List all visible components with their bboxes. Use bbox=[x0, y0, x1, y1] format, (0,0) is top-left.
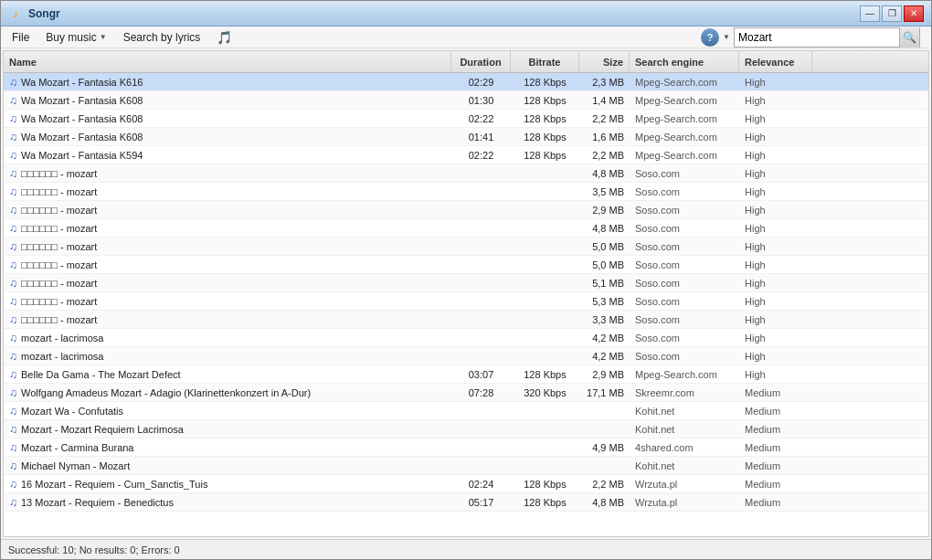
cell-engine: Skreemr.com bbox=[630, 384, 739, 401]
cell-bitrate bbox=[511, 274, 579, 291]
cell-name: ♫ □□□□□□ - mozart bbox=[4, 183, 451, 200]
cell-engine: Mpeg-Search.com bbox=[630, 91, 739, 109]
minimize-button[interactable]: — bbox=[860, 5, 880, 22]
table-row[interactable]: ♫ □□□□□□ - mozart 2,9 MB Soso.com High bbox=[4, 201, 928, 219]
cell-name: ♫ □□□□□□ - mozart bbox=[4, 201, 451, 218]
cell-bitrate bbox=[511, 420, 579, 438]
cell-name: ♫ Belle Da Gama - The Mozart Defect bbox=[4, 365, 451, 383]
menu-buy-music[interactable]: Buy music ▼ bbox=[38, 29, 113, 46]
cell-relevance: High bbox=[739, 73, 812, 90]
cell-engine: Mpeg-Search.com bbox=[630, 365, 739, 383]
menu-search-by-lyrics[interactable]: Search by lyrics bbox=[116, 29, 208, 46]
table-row[interactable]: ♫ □□□□□□ - mozart 5,0 MB Soso.com High bbox=[4, 238, 928, 256]
cell-duration bbox=[451, 457, 511, 474]
cell-duration bbox=[451, 438, 511, 456]
table-row[interactable]: ♫ Mozart - Carmina Burana 4,9 MB 4shared… bbox=[4, 438, 928, 457]
cell-engine: Wrzuta.pl bbox=[630, 493, 739, 511]
cell-duration bbox=[451, 238, 511, 255]
cell-duration: 05:17 bbox=[451, 493, 511, 511]
col-header-relevance[interactable]: Relevance bbox=[739, 51, 812, 72]
cell-relevance: High bbox=[739, 311, 812, 328]
table-row[interactable]: ♫ □□□□□□ - mozart 5,3 MB Soso.com High bbox=[4, 292, 928, 311]
note-icon: ♫ bbox=[9, 478, 17, 491]
cell-bitrate bbox=[511, 457, 579, 474]
cell-name: ♫ mozart - lacrimosa bbox=[4, 347, 451, 365]
cell-engine: Mpeg-Search.com bbox=[630, 110, 739, 127]
cell-name: ♫ Wa Mozart - Fantasia K608 bbox=[4, 110, 451, 127]
cell-engine: Soso.com bbox=[630, 329, 739, 346]
cell-size: 3,5 MB bbox=[579, 183, 630, 200]
help-button[interactable]: ? bbox=[701, 28, 719, 47]
table-row[interactable]: ♫ mozart - lacrimosa 4,2 MB Soso.com Hig… bbox=[4, 347, 928, 365]
cell-engine: Wrzuta.pl bbox=[630, 475, 739, 492]
cell-duration bbox=[451, 347, 511, 365]
cell-duration bbox=[451, 256, 511, 273]
cell-relevance: High bbox=[739, 183, 812, 200]
cell-relevance: High bbox=[739, 274, 812, 291]
table-row[interactable]: ♫ □□□□□□ - mozart 4,8 MB Soso.com High bbox=[4, 219, 928, 238]
table-row[interactable]: ♫ □□□□□□ - mozart 5,0 MB Soso.com High bbox=[4, 256, 928, 274]
note-icon: ♫ bbox=[9, 131, 17, 143]
search-input[interactable] bbox=[735, 28, 899, 47]
search-button[interactable]: 🔍 bbox=[899, 27, 919, 48]
menu-lyrics-icon[interactable]: 🎵 bbox=[209, 28, 239, 47]
table-row[interactable]: ♫ 16 Mozart - Requiem - Cum_Sanctis_Tuis… bbox=[4, 475, 928, 493]
note-icon: ♫ bbox=[9, 423, 17, 436]
cell-name: ♫ □□□□□□ - mozart bbox=[4, 311, 451, 328]
table-row[interactable]: ♫ □□□□□□ - mozart 3,3 MB Soso.com High bbox=[4, 311, 928, 329]
note-icon: ♫ bbox=[9, 240, 17, 253]
cell-duration: 01:41 bbox=[451, 128, 511, 145]
table-row[interactable]: ♫ Belle Da Gama - The Mozart Defect 03:0… bbox=[4, 365, 928, 384]
cell-size: 5,1 MB bbox=[579, 274, 630, 291]
content-area: Name Duration Bitrate Size Search engine… bbox=[1, 48, 931, 539]
cell-relevance: High bbox=[739, 238, 812, 255]
table-row[interactable]: ♫ 13 Mozart - Requiem - Benedictus 05:17… bbox=[4, 493, 928, 512]
note-icon: ♫ bbox=[9, 295, 17, 308]
col-header-name[interactable]: Name bbox=[4, 51, 451, 72]
cell-size: 1,4 MB bbox=[579, 91, 630, 109]
col-header-bitrate[interactable]: Bitrate bbox=[511, 51, 579, 72]
list-body[interactable]: ♫ Wa Mozart - Fantasia K616 02:29 128 Kb… bbox=[4, 73, 928, 536]
cell-name: ♫ □□□□□□ - mozart bbox=[4, 292, 451, 310]
cell-size: 2,3 MB bbox=[579, 73, 630, 90]
cell-bitrate bbox=[511, 201, 579, 218]
table-row[interactable]: ♫ Mozart Wa - Confutatis Kohit.net Mediu… bbox=[4, 402, 928, 420]
cell-name: ♫ Michael Nyman - Mozart bbox=[4, 457, 451, 474]
note-icon: ♫ bbox=[9, 350, 17, 363]
cell-size: 2,2 MB bbox=[579, 110, 630, 127]
table-row[interactable]: ♫ Mozart - Mozart Requiem Lacrimosa Kohi… bbox=[4, 420, 928, 438]
help-dropdown-arrow: ▼ bbox=[723, 33, 730, 41]
cell-engine: Kohit.net bbox=[630, 457, 739, 474]
table-row[interactable]: ♫ Wa Mozart - Fantasia K594 02:22 128 Kb… bbox=[4, 146, 928, 164]
table-row[interactable]: ♫ Wa Mozart - Fantasia K608 01:30 128 Kb… bbox=[4, 91, 928, 110]
table-row[interactable]: ♫ Wolfgang Amadeus Mozart - Adagio (Klar… bbox=[4, 384, 928, 402]
cell-size: 4,2 MB bbox=[579, 347, 630, 365]
cell-engine: Soso.com bbox=[630, 219, 739, 237]
table-row[interactable]: ♫ □□□□□□ - mozart 4,8 MB Soso.com High bbox=[4, 164, 928, 183]
table-row[interactable]: ♫ Michael Nyman - Mozart Kohit.net Mediu… bbox=[4, 457, 928, 475]
table-row[interactable]: ♫ □□□□□□ - mozart 5,1 MB Soso.com High bbox=[4, 274, 928, 292]
col-header-engine[interactable]: Search engine bbox=[630, 51, 739, 72]
table-row[interactable]: ♫ mozart - lacrimosa 4,2 MB Soso.com Hig… bbox=[4, 329, 928, 347]
note-icon: ♫ bbox=[9, 386, 17, 399]
cell-size: 4,2 MB bbox=[579, 329, 630, 346]
cell-size: 2,9 MB bbox=[579, 365, 630, 383]
cell-relevance: High bbox=[739, 146, 812, 164]
cell-relevance: High bbox=[739, 164, 812, 182]
table-row[interactable]: ♫ Wa Mozart - Fantasia K616 02:29 128 Kb… bbox=[4, 73, 928, 91]
col-header-size[interactable]: Size bbox=[579, 51, 630, 72]
cell-size: 3,3 MB bbox=[579, 311, 630, 328]
cell-bitrate: 128 Kbps bbox=[511, 493, 579, 511]
cell-duration: 02:22 bbox=[451, 146, 511, 164]
cell-duration: 02:24 bbox=[451, 475, 511, 492]
col-header-duration[interactable]: Duration bbox=[451, 51, 511, 72]
note-icon: ♫ bbox=[9, 259, 17, 271]
table-row[interactable]: ♫ Wa Mozart - Fantasia K608 01:41 128 Kb… bbox=[4, 128, 928, 146]
table-row[interactable]: ♫ Wa Mozart - Fantasia K608 02:22 128 Kb… bbox=[4, 110, 928, 128]
note-icon: ♫ bbox=[9, 167, 17, 180]
close-button[interactable]: ✕ bbox=[904, 5, 924, 22]
restore-button[interactable]: ❐ bbox=[882, 5, 902, 22]
cell-size: 5,0 MB bbox=[579, 238, 630, 255]
table-row[interactable]: ♫ □□□□□□ - mozart 3,5 MB Soso.com High bbox=[4, 183, 928, 201]
menu-file[interactable]: File bbox=[5, 29, 37, 46]
